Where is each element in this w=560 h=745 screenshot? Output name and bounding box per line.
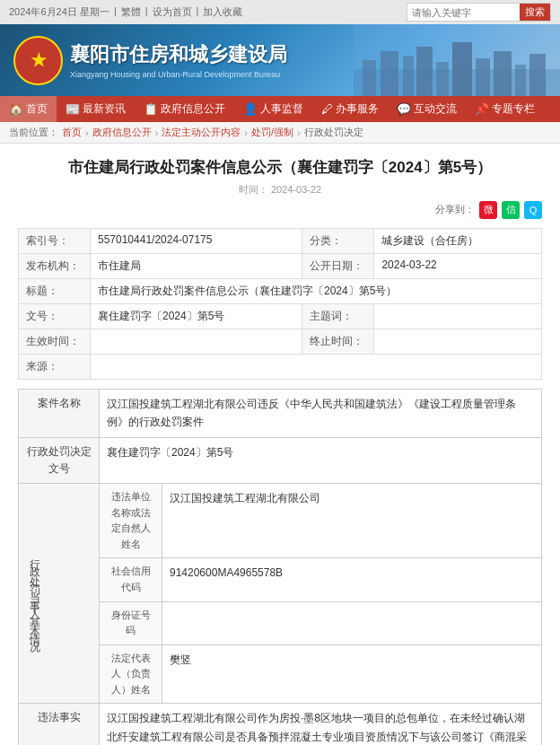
detail-decision-no-row: 行政处罚决定文号 襄住建罚字〔2024〕第5号 bbox=[19, 437, 542, 483]
service-icon: 🖊 bbox=[321, 102, 333, 116]
page-title: 市住建局行政处罚案件信息公示（襄住建罚字〔2024〕第5号） bbox=[18, 157, 542, 179]
nav-personnel[interactable]: 👤 人事监督 bbox=[234, 96, 312, 122]
pubdate-label: 公开日期： bbox=[302, 253, 374, 278]
subject-label: 主题词： bbox=[302, 303, 374, 329]
detail-party-name-row: 行 政 处 罚 当 事 人 基 本 情 况 违法单位名称或法定自然人姓名 汉江国… bbox=[19, 483, 542, 557]
id-code-value bbox=[162, 601, 542, 644]
id-code-sublabel: 身份证号码 bbox=[100, 601, 162, 644]
breadcrumb-legal[interactable]: 法定主动公开内容 bbox=[162, 126, 241, 139]
meta-row-refno: 索引号： 557010441/2024-07175 分类： 城乡建设（合任房） bbox=[19, 228, 542, 253]
party-name-value: 汉江国投建筑工程湖北有限公司 bbox=[162, 483, 542, 557]
interact-icon: 💬 bbox=[397, 102, 411, 116]
detail-case-name-row: 案件名称 汉江国投建筑工程湖北有限公司违反《中华人民共和国建筑法》《建设工程质量… bbox=[19, 389, 542, 437]
header-title-cn: 襄阳市住房和城乡建设局 bbox=[70, 41, 287, 68]
date-label: 时间： bbox=[239, 184, 268, 195]
detail-table: 案件名称 汉江国投建筑工程湖北有限公司违反《中华人民共和国建筑法》《建设工程质量… bbox=[18, 389, 542, 745]
nav-service-label: 办事服务 bbox=[336, 101, 379, 117]
nav-service[interactable]: 🖊 办事服务 bbox=[312, 96, 388, 122]
header-title-en: Xiangyang Housing and Urban-Rural Develo… bbox=[70, 70, 287, 79]
decision-no-label: 行政处罚决定文号 bbox=[19, 437, 100, 483]
meta-row-source: 来源： bbox=[19, 354, 542, 379]
credit-code-sublabel: 社会信用代码 bbox=[100, 558, 162, 601]
meta-table: 索引号： 557010441/2024-07175 分类： 城乡建设（合任房） … bbox=[18, 228, 542, 380]
meta-row-issuer: 发布机构： 市住建局 公开日期： 2024-03-22 bbox=[19, 253, 542, 278]
share-qq-button[interactable]: Q bbox=[524, 201, 542, 219]
violation-content: 汉江国投建筑工程湖北有限公司作为房投·墨8区地块一项目的总包单位，在未经过确认湖… bbox=[100, 704, 542, 745]
breadcrumb: 当前位置： 首页 › 政府信息公开 › 法定主动公开内容 › 处罚/强制 › 行… bbox=[0, 122, 560, 144]
search-area: 搜索 bbox=[407, 3, 551, 22]
case-name-label: 案件名称 bbox=[19, 389, 100, 437]
issuer-label: 发布机构： bbox=[19, 253, 91, 278]
date-text: 2024年6月24日 星期一 bbox=[9, 5, 109, 19]
homepage-link[interactable]: 设为首页 bbox=[153, 5, 192, 19]
emblem-icon: ★ bbox=[13, 36, 63, 85]
title-value: 市住建局行政处罚案件信息公示（襄住建罚字〔2024〕第5号） bbox=[91, 278, 542, 303]
nav-info-open[interactable]: 📋 政府信息公开 bbox=[135, 96, 234, 122]
rep-sublabel: 法定代表人（负责人）姓名 bbox=[100, 644, 162, 704]
meta-row-title: 标题： 市住建局行政处罚案件信息公示（襄住建罚字〔2024〕第5号） bbox=[19, 278, 542, 303]
sep1: | bbox=[114, 5, 117, 19]
expiry-value bbox=[374, 329, 542, 354]
article-date-row: 时间： 2024-03-22 bbox=[18, 183, 542, 197]
nav-special-label: 专题专栏 bbox=[492, 101, 535, 117]
docno-label: 文号： bbox=[19, 303, 91, 329]
decision-no-value: 襄住建罚字〔2024〕第5号 bbox=[100, 437, 542, 483]
special-icon: 📌 bbox=[475, 102, 489, 116]
nav-info-label: 政府信息公开 bbox=[161, 101, 225, 117]
nav-interact[interactable]: 💬 互动交流 bbox=[388, 96, 466, 122]
nav-news[interactable]: 📰 最新资讯 bbox=[57, 96, 135, 122]
nav-news-label: 最新资讯 bbox=[83, 101, 126, 117]
nav-special[interactable]: 📌 专题专栏 bbox=[466, 96, 544, 122]
violation-label: 违法事实 bbox=[19, 704, 100, 745]
detail-violation-row: 违法事实 汉江国投建筑工程湖北有限公司作为房投·墨8区地块一项目的总包单位，在未… bbox=[19, 704, 542, 745]
city-svg bbox=[354, 24, 560, 96]
personnel-icon: 👤 bbox=[243, 102, 258, 116]
docno-value: 襄住建罚字〔2024〕第5号 bbox=[91, 303, 302, 329]
nav-personnel-label: 人事监督 bbox=[260, 101, 303, 117]
expiry-label: 终止时间： bbox=[302, 329, 374, 354]
nav-home-label: 首页 bbox=[26, 101, 48, 117]
source-value bbox=[91, 354, 542, 379]
effective-label: 生效时间： bbox=[19, 329, 91, 354]
header-logo: ★ 襄阳市住房和城乡建设局 Xiangyang Housing and Urba… bbox=[13, 36, 287, 85]
svg-rect-10 bbox=[515, 65, 526, 96]
home-icon: 🏠 bbox=[9, 102, 23, 116]
effective-value bbox=[91, 329, 302, 354]
breadcrumb-penalty[interactable]: 处罚/强制 bbox=[251, 126, 293, 139]
issuer-value: 市住建局 bbox=[91, 253, 302, 278]
share-row: 分享到： 微 信 Q bbox=[18, 201, 542, 219]
category-value: 城乡建设（合任房） bbox=[374, 228, 542, 253]
article-date: 2024-03-22 bbox=[271, 184, 321, 195]
nav-home[interactable]: 🏠 首页 bbox=[0, 96, 57, 122]
header-banner: ★ 襄阳市住房和城乡建设局 Xiangyang Housing and Urba… bbox=[0, 24, 560, 96]
breadcrumb-info-open[interactable]: 政府信息公开 bbox=[92, 126, 152, 139]
source-label: 来源： bbox=[19, 354, 91, 379]
nav-interact-label: 互动交流 bbox=[414, 101, 457, 117]
breadcrumb-home[interactable]: 首页 bbox=[62, 126, 82, 139]
nav-bar: 🏠 首页 📰 最新资讯 📋 政府信息公开 👤 人事监督 🖊 办事服务 💬 互动交… bbox=[0, 96, 560, 122]
top-bar-date: 2024年6月24日 星期一 | 繁體 | 设为首页 | 加入收藏 bbox=[9, 5, 242, 19]
favorite-link[interactable]: 加入收藏 bbox=[203, 5, 242, 19]
rep-value: 樊竖 bbox=[162, 644, 542, 704]
search-input[interactable] bbox=[407, 5, 515, 20]
title-label: 标题： bbox=[19, 278, 91, 303]
info-icon: 📋 bbox=[144, 102, 158, 116]
traditional-link[interactable]: 繁體 bbox=[121, 5, 141, 19]
share-weibo-button[interactable]: 微 bbox=[479, 201, 497, 219]
party-name-sublabel: 违法单位名称或法定自然人姓名 bbox=[100, 483, 162, 557]
meta-row-docno: 文号： 襄住建罚字〔2024〕第5号 主题词： bbox=[19, 303, 542, 329]
case-name-value: 汉江国投建筑工程湖北有限公司违反《中华人民共和国建筑法》《建设工程质量管理条例》… bbox=[100, 389, 542, 437]
breadcrumb-current: 当前位置： bbox=[9, 126, 58, 139]
share-wechat-button[interactable]: 信 bbox=[502, 201, 520, 219]
svg-rect-7 bbox=[452, 42, 472, 96]
share-label: 分享到： bbox=[435, 203, 475, 216]
svg-rect-9 bbox=[494, 51, 512, 96]
svg-rect-4 bbox=[403, 56, 414, 96]
search-button[interactable]: 搜索 bbox=[520, 4, 550, 21]
party-section-label: 行 政 处 罚 当 事 人 基 本 情 况 bbox=[19, 483, 100, 704]
svg-rect-3 bbox=[381, 51, 398, 96]
content-area: 市住建局行政处罚案件信息公示（襄住建罚字〔2024〕第5号） 时间： 2024-… bbox=[0, 144, 560, 745]
header-title-block: 襄阳市住房和城乡建设局 Xiangyang Housing and Urban-… bbox=[70, 41, 287, 79]
pubdate-value: 2024-03-22 bbox=[374, 253, 542, 278]
breadcrumb-current-page: 行政处罚决定 bbox=[304, 126, 363, 139]
